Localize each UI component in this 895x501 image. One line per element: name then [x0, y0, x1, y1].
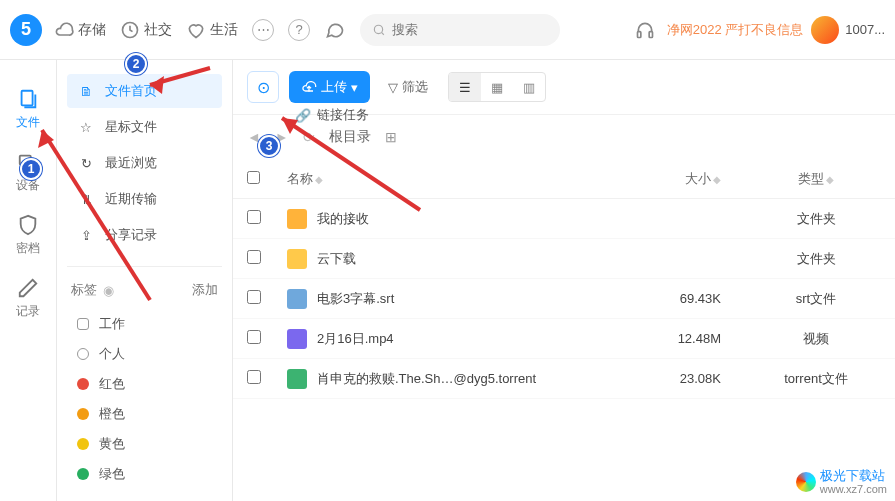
- path-root[interactable]: 根目录: [329, 128, 371, 146]
- top-storage[interactable]: 存储: [54, 20, 106, 40]
- tag-personal[interactable]: 个人: [67, 339, 222, 369]
- tag-yellow[interactable]: 黄色: [67, 429, 222, 459]
- topbar: 5 存储 社交 生活 ⋯ ? 净网2022 严打不良信息 1007...: [0, 0, 895, 60]
- app-logo[interactable]: 5: [10, 14, 42, 46]
- link-task-label[interactable]: 链接任务: [317, 106, 369, 124]
- chat-icon[interactable]: [324, 19, 346, 41]
- table-row[interactable]: 肖申克的救赎.The.Sh…@dyg5.torrent23.08Ktorrent…: [233, 359, 895, 399]
- sort-icon[interactable]: ◆: [826, 174, 834, 185]
- table-row[interactable]: 云下载文件夹: [233, 239, 895, 279]
- avatar[interactable]: [811, 16, 839, 44]
- col-name-label[interactable]: 名称: [287, 171, 313, 186]
- file-icon: 🗎: [77, 84, 95, 99]
- left-rail: 文件 设备 密档 记录: [0, 60, 57, 501]
- row-checkbox[interactable]: [247, 250, 261, 264]
- file-type: 文件夹: [751, 210, 881, 228]
- divider: [67, 266, 222, 267]
- view-grid-button[interactable]: ▦: [481, 73, 513, 101]
- view-mode-group: ☰ ▦ ▥: [448, 72, 546, 102]
- top-social[interactable]: 社交: [120, 20, 172, 40]
- table-row[interactable]: 2月16日.mp412.48M视频: [233, 319, 895, 359]
- nav-home[interactable]: 🗎 文件首页: [67, 74, 222, 108]
- table-header: 名称◆ 大小◆ 类型◆: [233, 159, 895, 199]
- eye-icon[interactable]: ◉: [103, 283, 114, 298]
- col-type-label[interactable]: 类型: [798, 171, 824, 186]
- refresh-button[interactable]: ⟳: [303, 129, 315, 145]
- nav-home-label: 文件首页: [105, 82, 157, 100]
- nav-recent[interactable]: ↻ 最近浏览: [67, 146, 222, 180]
- row-checkbox[interactable]: [247, 290, 261, 304]
- rail-files[interactable]: 文件: [0, 78, 56, 141]
- user-id[interactable]: 1007...: [845, 22, 885, 37]
- tag-header: 标签 ◉ 添加: [67, 281, 222, 299]
- file-list: 我的接收文件夹云下载文件夹电影3字幕.srt69.43Ksrt文件2月16日.m…: [233, 199, 895, 399]
- filter-label: 筛选: [402, 78, 428, 96]
- file-type-icon: [287, 249, 307, 269]
- tag-orange[interactable]: 橙色: [67, 399, 222, 429]
- file-type-icon: [287, 369, 307, 389]
- rail-safe[interactable]: 密档: [0, 204, 56, 267]
- upload-button[interactable]: 上传 ▾: [289, 71, 370, 103]
- nav-recent-label: 最近浏览: [105, 154, 157, 172]
- nav-transfer[interactable]: ⇅ 近期传输: [67, 182, 222, 216]
- new-folder-button[interactable]: ⊞: [385, 129, 397, 145]
- briefcase-icon: [77, 318, 89, 330]
- tag-add[interactable]: 添加: [192, 281, 218, 299]
- annotation-1: 1: [20, 158, 42, 180]
- transfer-icon: ⇅: [77, 192, 95, 207]
- watermark-logo: [796, 472, 816, 492]
- top-life[interactable]: 生活: [186, 20, 238, 40]
- more-icon[interactable]: ⋯: [252, 19, 274, 41]
- tag-orange-label: 橙色: [99, 405, 125, 423]
- notice-text[interactable]: 净网2022 严打不良信息: [667, 21, 804, 39]
- pencil-icon: [17, 277, 39, 299]
- shield-icon: [17, 214, 39, 236]
- cloud-icon: [54, 20, 74, 40]
- dot-icon: [77, 438, 89, 450]
- watermark-url: www.xz7.com: [820, 483, 887, 495]
- row-checkbox[interactable]: [247, 210, 261, 224]
- rail-records[interactable]: 记录: [0, 267, 56, 330]
- top-life-label: 生活: [210, 21, 238, 39]
- nav-share[interactable]: ⇪ 分享记录: [67, 218, 222, 252]
- rail-files-label: 文件: [16, 114, 40, 131]
- help-icon[interactable]: ?: [288, 19, 310, 41]
- view-list-button[interactable]: ☰: [449, 73, 481, 101]
- star-icon: ☆: [77, 120, 95, 135]
- heart-icon: [186, 20, 206, 40]
- nav-transfer-label: 近期传输: [105, 190, 157, 208]
- tag-personal-label: 个人: [99, 345, 125, 363]
- table-row[interactable]: 我的接收文件夹: [233, 199, 895, 239]
- nav-star[interactable]: ☆ 星标文件: [67, 110, 222, 144]
- link-icon: 🔗: [295, 108, 311, 123]
- tag-red[interactable]: 红色: [67, 369, 222, 399]
- toolbar-secondary: 🔗 链接任务: [295, 106, 369, 124]
- select-all-checkbox[interactable]: [247, 171, 260, 184]
- col-size-label[interactable]: 大小: [685, 171, 711, 186]
- tag-yellow-label: 黄色: [99, 435, 125, 453]
- tag-green[interactable]: 绿色: [67, 459, 222, 489]
- search-box[interactable]: [360, 14, 560, 46]
- search-input[interactable]: [392, 22, 548, 37]
- annotation-3: 3: [258, 135, 280, 157]
- top-social-label: 社交: [144, 21, 172, 39]
- nav-share-label: 分享记录: [105, 226, 157, 244]
- sort-icon[interactable]: ◆: [315, 174, 323, 185]
- sort-icon[interactable]: ◆: [713, 174, 721, 185]
- dot-icon: [77, 378, 89, 390]
- dot-icon: [77, 408, 89, 420]
- svg-rect-4: [22, 91, 33, 106]
- more-actions-button[interactable]: ⊙: [247, 71, 279, 103]
- row-checkbox[interactable]: [247, 370, 261, 384]
- filter-button[interactable]: ▽ 筛选: [388, 78, 428, 96]
- files-icon: [17, 88, 39, 110]
- table-row[interactable]: 电影3字幕.srt69.43Ksrt文件: [233, 279, 895, 319]
- filter-icon: ▽: [388, 80, 398, 95]
- headphone-icon[interactable]: [635, 20, 655, 40]
- tag-work[interactable]: 工作: [67, 309, 222, 339]
- file-type-icon: [287, 289, 307, 309]
- view-column-button[interactable]: ▥: [513, 73, 545, 101]
- search-icon: [372, 22, 386, 38]
- row-checkbox[interactable]: [247, 330, 261, 344]
- svg-point-1: [374, 25, 382, 33]
